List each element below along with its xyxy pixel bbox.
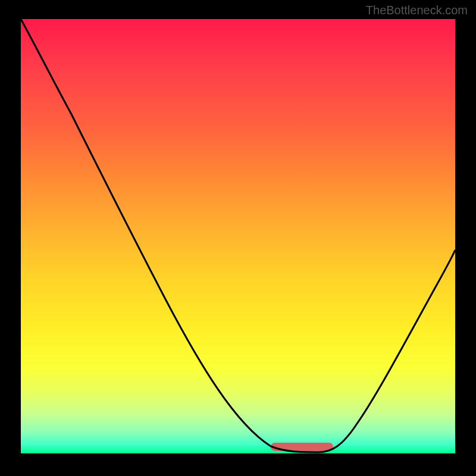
chart-container: TheBottleneck.com <box>0 0 476 476</box>
bottleneck-curve-path <box>21 19 455 452</box>
bottleneck-curve-svg <box>21 19 455 453</box>
watermark-text: TheBottleneck.com <box>366 4 468 17</box>
